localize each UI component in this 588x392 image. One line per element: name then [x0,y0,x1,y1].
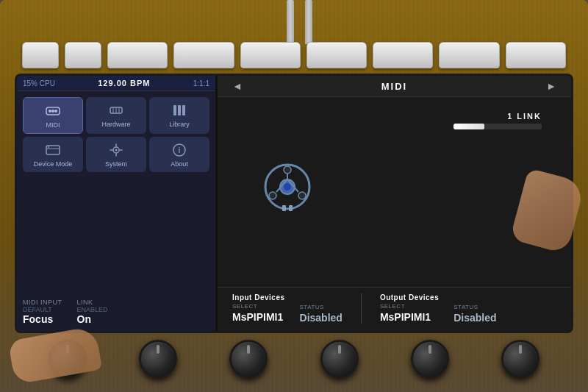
svg-point-27 [269,192,276,199]
output-status-label: STATUS [453,304,496,310]
link-count-label: 1 LINK [507,112,542,121]
right-bottom-controls: Input Devices SELECT MsPIPIMI1 STATUS Di… [218,287,571,331]
input-devices-section: Input Devices SELECT MsPIPIMI1 [232,293,285,324]
button-row [22,40,566,70]
top-button-5[interactable] [240,42,301,68]
right-content: 1 LINK [218,97,571,287]
menu-item-hardware[interactable]: Hardware [86,97,146,134]
link-value: On [77,313,108,325]
main-panel: 15% CPU 129.00 BPM 1:1:1 MIDI [15,74,573,333]
menu-label-system: System [105,160,127,168]
knob-6[interactable] [501,340,539,378]
svg-point-26 [298,192,306,199]
input-status-label: STATUS [300,304,343,310]
input-select-value[interactable]: MsPIPIMI1 [232,311,285,323]
svg-point-2 [51,110,54,113]
midi-input-title: MIDI Input [23,299,62,306]
about-icon: i [171,141,188,159]
nav-left-arrow[interactable]: ◄ [226,80,248,92]
hardware-icon [107,101,125,119]
left-menu-grid: MIDI Hardware [17,91,215,178]
antenna-left [287,0,294,44]
svg-rect-10 [182,105,185,115]
menu-label-hardware: Hardware [101,121,130,128]
input-select-label: SELECT [232,303,285,310]
midi-reel-icon [262,161,313,213]
svg-point-1 [49,110,51,113]
input-status-section: STATUS Disabled [300,293,343,324]
link-title: Link [77,299,108,306]
device-mode-icon [44,141,62,159]
menu-item-midi[interactable]: MIDI [23,97,83,134]
system-icon [107,141,125,159]
svg-rect-31 [282,205,286,211]
midi-input-sub: DEFAULT [23,306,62,313]
link-indicator: 1 LINK [453,112,542,129]
svg-point-15 [115,149,118,152]
output-status-section: STATUS Disabled [453,293,496,324]
position-info: 1:1:1 [193,79,209,88]
right-header: ◄ MIDI ► [218,76,571,97]
antenna-right [305,0,312,44]
output-select-label: SELECT [380,303,439,310]
section-separator [361,293,362,324]
svg-point-25 [284,166,291,174]
right-screen-title: MIDI [263,81,526,92]
menu-label-about: About [171,160,188,168]
menu-label-midi: MIDI [46,121,60,129]
link-section-left: Link ENABLED On [77,299,108,325]
svg-point-24 [284,183,291,190]
input-devices-title: Input Devices [232,293,285,302]
svg-rect-8 [173,105,176,115]
input-status-value: Disabled [300,312,343,324]
midi-icon [44,102,62,120]
output-status-value: Disabled [453,312,496,324]
menu-item-library[interactable]: Library [149,97,209,134]
menu-item-device-mode[interactable]: Device Mode [23,137,83,172]
output-devices-title: Output Devices [380,293,439,302]
svg-point-13 [48,146,49,148]
output-select-value[interactable]: MsPIPIMI1 [380,311,439,323]
top-button-3[interactable] [107,42,168,68]
output-devices-section: Output Devices SELECT MsPIPIMI1 [380,293,439,324]
menu-item-system[interactable]: System [86,137,146,172]
top-button-4[interactable] [173,42,234,68]
knob-5[interactable] [411,340,449,378]
top-button-2[interactable] [65,42,101,68]
left-screen: 15% CPU 129.00 BPM 1:1:1 MIDI [17,76,215,331]
svg-rect-32 [289,205,293,211]
menu-item-about[interactable]: i About [149,137,209,172]
library-icon [171,101,188,119]
menu-label-library: Library [169,121,190,128]
link-bar-fill [453,124,484,129]
top-button-9[interactable] [506,42,566,68]
midi-input-value: Focus [23,313,62,325]
knob-2[interactable] [139,340,177,378]
knob-4[interactable] [320,340,359,378]
top-button-1[interactable] [22,42,59,68]
nav-right-arrow[interactable]: ► [540,80,562,92]
svg-point-3 [54,110,57,113]
cpu-info: 15% CPU [23,79,55,88]
top-button-8[interactable] [439,42,499,68]
link-sub: ENABLED [77,306,108,313]
link-progress-bar [453,124,542,129]
menu-label-device-mode: Device Mode [34,160,73,168]
knob-3[interactable] [229,340,268,378]
bpm-info: 129.00 BPM [98,79,150,88]
midi-input-section: MIDI Input DEFAULT Focus [23,299,62,325]
top-button-6[interactable] [306,42,367,68]
svg-rect-9 [178,105,181,115]
left-screen-footer: MIDI Input DEFAULT Focus Link ENABLED On [17,293,215,331]
device-body: 15% CPU 129.00 BPM 1:1:1 MIDI [0,0,588,392]
svg-text:i: i [179,146,181,154]
top-button-7[interactable] [373,42,433,68]
right-screen: ◄ MIDI ► [218,76,571,331]
left-screen-header: 15% CPU 129.00 BPM 1:1:1 [17,76,215,91]
